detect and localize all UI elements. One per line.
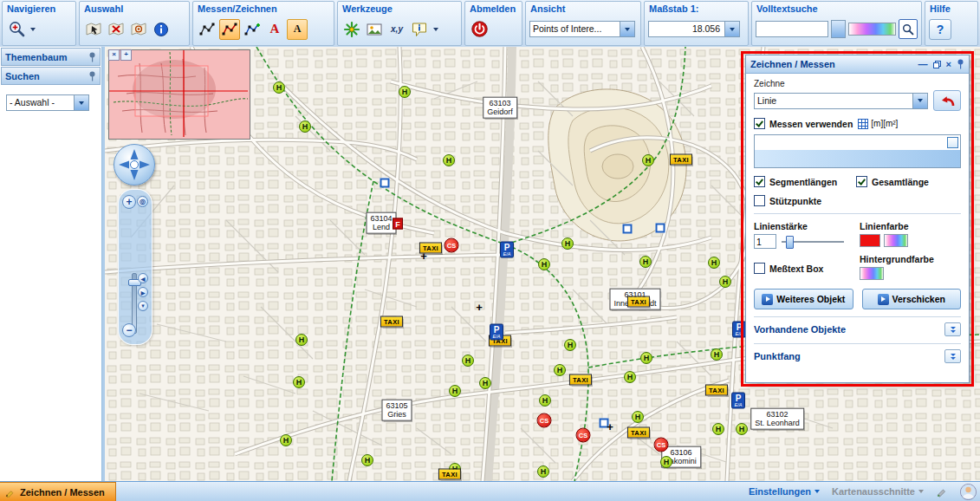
select-by-point-button[interactable] [83, 19, 104, 40]
group-label-werkzeuge[interactable]: Werkzeuge [338, 2, 461, 14]
panel-titlebar[interactable]: Zeichnen / Messen — × [746, 55, 969, 74]
map-marker-h[interactable]: H [639, 256, 652, 268]
map-marker-bsq[interactable] [656, 224, 665, 233]
messen-verwenden-checkbox[interactable] [754, 118, 765, 129]
undo-button[interactable] [933, 90, 961, 111]
map-marker-h[interactable]: H [660, 456, 672, 468]
history-forward-button[interactable]: ▶ [138, 287, 148, 297]
map-marker-taxi[interactable]: TAXI [380, 316, 403, 328]
sidebar-item-suchen[interactable]: Suchen [1, 67, 101, 85]
messtext-checkbox[interactable] [754, 263, 765, 274]
map-marker-h[interactable]: H [538, 258, 550, 270]
map-marker-h[interactable]: H [273, 81, 285, 94]
map-marker-h[interactable]: H [712, 423, 724, 435]
map-marker-h[interactable]: H [736, 423, 748, 435]
draw-point-tool-button[interactable] [197, 19, 217, 40]
pan-compass[interactable] [114, 144, 155, 185]
user-avatar[interactable] [960, 484, 977, 500]
map-marker-cross[interactable]: + [607, 423, 613, 432]
overview-close-button[interactable]: × [108, 49, 120, 61]
map-marker-taxi[interactable]: TAXI [627, 296, 650, 308]
draw-polygon-tool-button[interactable] [242, 19, 263, 40]
werkzeuge-dropdown-arrow[interactable] [432, 20, 440, 39]
gesamtlaenge-checkbox[interactable] [856, 176, 867, 187]
map-marker-p[interactable]: PE/A [490, 324, 503, 341]
map-marker-cs[interactable]: CS [654, 438, 669, 452]
map-marker-h[interactable]: H [640, 352, 652, 364]
clear-selection-button[interactable] [106, 19, 127, 40]
map-marker-h[interactable]: H [299, 120, 311, 133]
map-marker-cross[interactable]: + [420, 252, 427, 261]
zoom-out-button[interactable]: − [122, 323, 136, 337]
group-label-volltextsuche[interactable]: Volltextsuche [752, 2, 921, 14]
output-page-icon[interactable] [947, 137, 958, 148]
search-button[interactable] [899, 19, 918, 39]
group-label-messen-zeichnen[interactable]: Messen/Zeichnen [193, 2, 334, 14]
linienstaerke-slider[interactable] [782, 236, 844, 247]
overview-move-button[interactable]: + [120, 49, 132, 61]
print-export-button[interactable] [364, 19, 385, 40]
map-marker-h[interactable]: H [293, 376, 305, 388]
map-marker-h[interactable]: H [537, 465, 549, 478]
pin-icon[interactable] [88, 52, 96, 62]
map-marker-taxi[interactable]: TAXI [670, 154, 692, 166]
zoom-in-tool-button[interactable] [6, 19, 27, 40]
map-marker-bsq[interactable] [623, 224, 633, 234]
map-marker-bsq[interactable] [380, 179, 390, 188]
stuetzpunkte-checkbox[interactable] [754, 195, 765, 206]
edit-pencil-icon[interactable] [936, 485, 948, 498]
map-marker-h[interactable]: H [564, 339, 576, 351]
tab-zeichnen-messen[interactable]: Zeichnen / Messen [0, 482, 116, 501]
search-dropdown-arrow[interactable] [831, 20, 846, 38]
map-marker-p[interactable]: PE/A [500, 242, 514, 258]
map-marker-h[interactable]: H [719, 276, 731, 288]
verschicken-button[interactable]: Verschicken [862, 289, 962, 309]
map-marker-cs[interactable]: CS [537, 413, 552, 428]
einstellungen-menu[interactable]: Einstellungen [749, 486, 820, 497]
map-marker-cs[interactable]: CS [576, 428, 591, 443]
vorhandene-objekte-section[interactable]: Vorhandene Objekte [754, 316, 961, 336]
map-marker-cross[interactable]: + [476, 303, 483, 312]
pin-icon[interactable] [88, 71, 96, 81]
linienstaerke-input[interactable] [754, 234, 776, 249]
search-category-select[interactable]: - Auswahl - [6, 94, 89, 111]
search-color-gradient[interactable] [848, 23, 895, 36]
map-marker-h[interactable]: H [561, 237, 574, 250]
restore-icon[interactable] [933, 61, 941, 68]
map-marker-taxi[interactable]: TAXI [569, 374, 592, 386]
close-icon[interactable]: × [946, 60, 951, 68]
map-tip-button[interactable] [409, 19, 430, 40]
group-label-navigieren[interactable]: Navigieren [3, 2, 75, 14]
sidebar-item-themenbaum[interactable]: Themenbaum [1, 48, 101, 66]
minimize-icon[interactable]: — [918, 60, 928, 68]
map-marker-h[interactable]: H [711, 348, 723, 361]
map-marker-h[interactable]: H [554, 364, 566, 376]
background-color-picker[interactable] [860, 267, 884, 280]
map-marker-p[interactable]: PE/A [732, 322, 746, 338]
history-back-button[interactable]: ◀ [138, 273, 148, 283]
map-marker-h[interactable]: H [624, 371, 636, 383]
full-extent-button[interactable]: ◎ [137, 196, 148, 207]
geometry-select[interactable]: Linie [754, 93, 928, 109]
search-category-arrow[interactable] [74, 95, 88, 110]
pan-mode-button[interactable]: ▼ [138, 301, 148, 311]
segmentlaengen-checkbox[interactable] [754, 176, 765, 187]
scale-select[interactable]: 18.056 [648, 21, 740, 37]
punktfang-section[interactable]: Punktfang [754, 343, 961, 363]
fulltext-search-input[interactable] [756, 21, 828, 37]
map-marker-h[interactable]: H [462, 355, 474, 367]
coordinates-tool-button[interactable]: x,y [386, 19, 407, 40]
line-color-swatch[interactable] [860, 234, 880, 247]
expand-chevron-icon[interactable] [944, 349, 961, 363]
linienstaerke-slider-thumb[interactable] [786, 236, 794, 249]
group-label-abmelden[interactable]: Abmelden [465, 2, 522, 14]
map-marker-taxi[interactable]: TAXI [705, 385, 728, 396]
geometry-select-arrow[interactable] [912, 94, 927, 108]
feature-info-button[interactable] [151, 19, 172, 40]
group-label-ansicht[interactable]: Ansicht [526, 2, 640, 14]
sidebar-splitter[interactable] [102, 47, 105, 481]
map-marker-h[interactable]: H [642, 154, 654, 166]
zoom-tool-dropdown-arrow[interactable] [29, 20, 37, 39]
map-marker-h[interactable]: H [361, 454, 373, 466]
map-marker-h[interactable]: H [539, 394, 551, 407]
